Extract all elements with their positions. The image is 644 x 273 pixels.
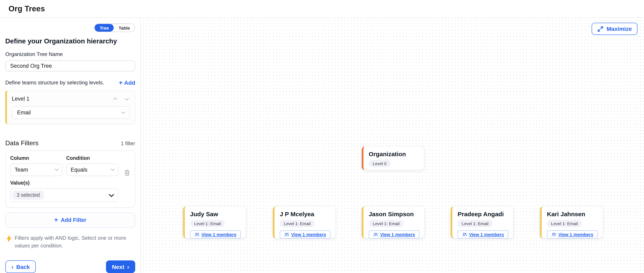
view-members-button[interactable]: View 1 members (547, 230, 598, 239)
tree-name-input[interactable]: Second Org Tree (5, 60, 135, 71)
view-members-button[interactable]: View 1 members (280, 230, 330, 239)
page-title: Org Trees (8, 4, 45, 13)
toggle-tree[interactable]: Tree (95, 24, 114, 32)
condition-label: Condition (66, 155, 118, 161)
chevron-up-icon (113, 98, 117, 102)
org-node-child[interactable]: J P Mcelyea Level 1: Email View 1 member… (273, 207, 336, 238)
node-title: Organization (369, 151, 419, 157)
tree-name-label: Organization Tree Name (5, 51, 135, 57)
view-members-button[interactable]: View 1 members (458, 230, 508, 239)
level-card: Level 1 Email (5, 90, 135, 124)
chevron-down-icon (111, 167, 115, 171)
sidebar-heading: Define your Organization hierarchy (5, 37, 135, 45)
tree-connectors (141, 18, 263, 79)
filters-note: Filters apply with AND logic. Select one… (5, 235, 135, 250)
maximize-icon (597, 26, 604, 32)
chevron-down-icon (125, 96, 129, 100)
maximize-button[interactable]: Maximize (592, 23, 638, 35)
members-icon (284, 232, 289, 237)
node-title: Jason Simpson (369, 211, 420, 218)
lightning-icon (6, 235, 12, 242)
node-level-badge: Level 1: Email (190, 220, 225, 227)
chevron-left-icon: ‹ (11, 264, 14, 270)
filter-count-badge: 1 filter (121, 140, 135, 146)
org-node-child[interactable]: Jason Simpson Level 1: Email View 1 memb… (362, 207, 424, 238)
back-button[interactable]: ‹ Back (5, 261, 36, 273)
filter-row-card: Column Team Condition Equals (5, 151, 135, 208)
levels-instruction: Define teams structure by selecting leve… (5, 80, 104, 86)
delete-filter-button[interactable] (124, 169, 130, 176)
filter-values-select[interactable]: 3 selected (10, 188, 118, 202)
config-sidebar: Tree Table Define your Organization hier… (0, 18, 141, 273)
members-icon (373, 232, 378, 237)
org-tree-canvas[interactable]: Maximize Organization Level 0 Judy Saw L… (141, 18, 644, 273)
node-title: Pradeep Angadi (458, 211, 508, 218)
view-mode-toggle: Tree Table (94, 23, 135, 32)
level-column-select[interactable]: Email (12, 106, 130, 119)
filter-condition-select[interactable]: Equals (66, 164, 118, 176)
chevron-right-icon: › (127, 264, 129, 270)
node-level-badge: Level 1: Email (369, 220, 404, 227)
move-level-down-button[interactable] (126, 97, 128, 101)
node-level-badge: Level 1: Email (280, 220, 315, 227)
org-node-root[interactable]: Organization Level 0 (362, 146, 424, 170)
org-node-child[interactable]: Kari Jahnsen Level 1: Email View 1 membe… (540, 207, 602, 238)
plus-icon: + (54, 217, 58, 223)
view-members-button[interactable]: View 1 members (369, 230, 420, 239)
node-title: Judy Saw (190, 211, 241, 218)
column-label: Column (10, 155, 62, 161)
node-title: J P Mcelyea (280, 211, 330, 218)
chevron-down-icon (109, 192, 114, 197)
view-members-button[interactable]: View 1 members (190, 230, 241, 239)
filters-note-text: Filters apply with AND logic. Select one… (14, 235, 134, 250)
chevron-down-icon (121, 110, 125, 114)
node-title: Kari Jahnsen (547, 211, 598, 218)
node-level-badge: Level 1: Email (547, 220, 582, 227)
values-label: Value(s) (10, 180, 130, 186)
add-level-button[interactable]: + Add (119, 79, 135, 86)
level-name: Level 1 (12, 96, 30, 102)
org-node-child[interactable]: Pradeep Angadi Level 1: Email View 1 mem… (451, 207, 513, 238)
data-filters-heading: Data Filters (5, 140, 38, 147)
chevron-down-icon (54, 167, 59, 171)
org-trees-app: Org Trees Tree Table Define your Organiz… (0, 0, 644, 273)
trash-icon (124, 169, 130, 176)
node-level-badge: Level 1: Email (458, 220, 492, 227)
toggle-table[interactable]: Table (114, 24, 135, 32)
node-level-badge: Level 0 (369, 160, 390, 167)
members-icon (552, 232, 556, 237)
next-button[interactable]: Next › (106, 261, 135, 273)
move-level-up-button[interactable] (114, 97, 116, 101)
members-icon (462, 232, 467, 237)
add-filter-button[interactable]: + Add Filter (5, 213, 135, 228)
members-icon (194, 232, 199, 237)
org-node-child[interactable]: Judy Saw Level 1: Email View 1 members (183, 207, 246, 238)
filter-column-select[interactable]: Team (10, 164, 62, 176)
page-header: Org Trees (0, 0, 644, 18)
selected-values-chip: 3 selected (12, 191, 44, 200)
plus-icon: + (119, 79, 123, 86)
